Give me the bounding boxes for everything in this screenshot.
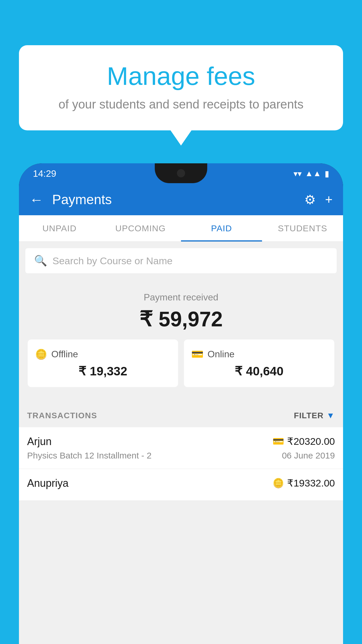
filter-button[interactable]: FILTER ▼ <box>294 411 335 420</box>
tab-paid[interactable]: PAID <box>181 215 262 242</box>
payment-type-icon-1: 💳 <box>273 436 284 447</box>
search-placeholder: Search by Course or Name <box>52 255 173 267</box>
add-icon[interactable]: + <box>325 192 333 207</box>
transaction-course-1: Physics Batch 12 Installment - 2 <box>27 451 152 461</box>
tab-bar: UNPAID UPCOMING PAID STUDENTS <box>19 215 343 242</box>
filter-icon: ▼ <box>326 411 335 420</box>
tab-upcoming[interactable]: UPCOMING <box>100 215 181 242</box>
manage-fees-subtitle: of your students and send receipts to pa… <box>36 97 326 111</box>
transaction-amount-value-1: ₹20320.00 <box>287 435 335 447</box>
offline-card: 🪙 Offline ₹ 19,332 <box>28 340 178 387</box>
phone-mockup: 14:29 ▾▾ ▲▲ ▮ ← Payments ⚙ + UNPAID UPCO… <box>19 163 343 644</box>
offline-card-header: 🪙 Offline <box>35 348 171 360</box>
search-icon: 🔍 <box>34 255 47 267</box>
speech-bubble-container: Manage fees of your students and send re… <box>19 45 343 130</box>
transactions-label: TRANSACTIONS <box>27 411 97 420</box>
transaction-details-1: Physics Batch 12 Installment - 2 06 June… <box>27 451 335 461</box>
phone-body: 14:29 ▾▾ ▲▲ ▮ ← Payments ⚙ + UNPAID UPCO… <box>19 163 343 644</box>
status-icons: ▾▾ ▲▲ ▮ <box>294 169 329 178</box>
app-bar-actions: ⚙ + <box>304 192 333 207</box>
app-bar: ← Payments ⚙ + <box>19 184 343 215</box>
app-bar-title: Payments <box>52 192 296 207</box>
offline-amount: ₹ 19,332 <box>35 364 171 378</box>
transaction-row-1: Arjun 💳 ₹20320.00 <box>27 435 335 451</box>
back-button[interactable]: ← <box>29 192 43 208</box>
search-bar[interactable]: 🔍 Search by Course or Name <box>25 248 337 273</box>
wifi-icon: ▾▾ <box>294 169 302 178</box>
transaction-item-arjun[interactable]: Arjun 💳 ₹20320.00 Physics Batch 12 Insta… <box>19 427 343 469</box>
offline-label: Offline <box>51 349 78 360</box>
transaction-amount-1: 💳 ₹20320.00 <box>273 435 335 447</box>
online-label: Online <box>208 349 235 360</box>
payment-cards: 🪙 Offline ₹ 19,332 💳 Online ₹ 40,640 <box>28 340 334 387</box>
transaction-name-2: Anupriya <box>27 477 68 489</box>
phone-camera <box>177 169 185 177</box>
transactions-header: TRANSACTIONS FILTER ▼ <box>19 404 343 427</box>
online-card: 💳 Online ₹ 40,640 <box>184 340 334 387</box>
transaction-amount-value-2: ₹19332.00 <box>287 477 335 489</box>
online-amount: ₹ 40,640 <box>191 364 327 378</box>
transaction-row-2: Anupriya 🪙 ₹19332.00 <box>27 477 335 492</box>
payment-received-label: Payment received <box>28 292 334 303</box>
manage-fees-title: Manage fees <box>36 61 326 91</box>
payment-summary: Payment received ₹ 59,972 🪙 Offline ₹ 19… <box>19 280 343 404</box>
payment-total-amount: ₹ 59,972 <box>28 307 334 331</box>
speech-bubble: Manage fees of your students and send re… <box>19 45 343 130</box>
transaction-amount-2: 🪙 ₹19332.00 <box>273 477 335 489</box>
online-icon: 💳 <box>191 348 203 360</box>
settings-icon[interactable]: ⚙ <box>304 192 316 207</box>
transaction-date-1: 06 June 2019 <box>282 451 335 461</box>
online-card-header: 💳 Online <box>191 348 327 360</box>
screen-content: 🔍 Search by Course or Name Payment recei… <box>19 242 343 644</box>
status-time: 14:29 <box>33 168 56 179</box>
battery-icon: ▮ <box>325 169 329 178</box>
tab-unpaid[interactable]: UNPAID <box>19 215 100 242</box>
filter-label-text: FILTER <box>294 411 324 420</box>
transaction-name-1: Arjun <box>27 435 52 448</box>
payment-type-icon-2: 🪙 <box>273 477 284 489</box>
signal-icon: ▲▲ <box>305 169 321 178</box>
transaction-item-anupriya[interactable]: Anupriya 🪙 ₹19332.00 <box>19 469 343 501</box>
offline-icon: 🪙 <box>35 348 47 360</box>
tab-students[interactable]: STUDENTS <box>262 215 343 242</box>
